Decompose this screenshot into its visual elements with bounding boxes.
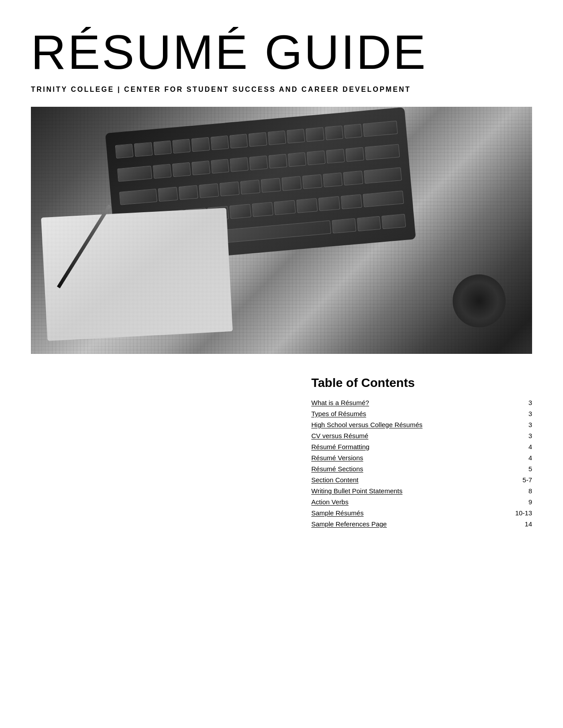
- toc-item: Writing Bullet Point Statements8: [311, 487, 532, 495]
- toc-heading: Table of Contents: [311, 376, 532, 390]
- toc-link[interactable]: Section Content: [311, 476, 359, 484]
- toc-link[interactable]: Résumé Versions: [311, 454, 363, 462]
- toc-link[interactable]: Résumé Formatting: [311, 443, 370, 450]
- toc-page-number: 3: [514, 432, 532, 439]
- toc-item: CV versus Résumé3: [311, 432, 532, 439]
- page: RÉSUMÉ GUIDE TRINITY COLLEGE | CENTER FO…: [0, 0, 563, 728]
- toc-link[interactable]: Sample Résumés: [311, 509, 363, 517]
- toc-link[interactable]: Sample References Page: [311, 520, 387, 528]
- toc-item: Action Verbs9: [311, 498, 532, 506]
- toc-link[interactable]: High School versus College Résumés: [311, 421, 423, 428]
- toc-page-number: 5-7: [514, 476, 532, 484]
- toc-link[interactable]: What is a Résumé?: [311, 399, 369, 406]
- toc-link[interactable]: CV versus Résumé: [311, 432, 368, 439]
- hero-image: [31, 107, 532, 354]
- toc-page-number: 5: [514, 465, 532, 473]
- toc-link[interactable]: Types of Résumés: [311, 410, 366, 417]
- toc-item: Résumé Formatting4: [311, 443, 532, 450]
- toc-item: What is a Résumé?3: [311, 399, 532, 406]
- toc-page-number: 3: [514, 399, 532, 406]
- toc-item: Résumé Versions4: [311, 454, 532, 462]
- main-title: RÉSUMÉ GUIDE: [31, 26, 532, 78]
- toc-page-number: 8: [514, 487, 532, 495]
- toc-link[interactable]: Writing Bullet Point Statements: [311, 487, 402, 495]
- toc-item: High School versus College Résumés3: [311, 421, 532, 428]
- toc-page-number: 3: [514, 410, 532, 417]
- toc-item: Résumé Sections5: [311, 465, 532, 473]
- hero-overlay: [31, 107, 532, 354]
- toc-container: Table of Contents What is a Résumé?3Type…: [311, 376, 532, 531]
- toc-item: Section Content5-7: [311, 476, 532, 484]
- toc-page-number: 4: [514, 443, 532, 450]
- hero-image-bg: [31, 107, 532, 354]
- toc-page-number: 3: [514, 421, 532, 428]
- content-area: Table of Contents What is a Résumé?3Type…: [31, 376, 532, 531]
- toc-page-number: 10-13: [514, 509, 532, 517]
- toc-item: Types of Résumés3: [311, 410, 532, 417]
- toc-list: What is a Résumé?3Types of Résumés3High …: [311, 399, 532, 528]
- toc-link[interactable]: Résumé Sections: [311, 465, 363, 473]
- toc-page-number: 9: [514, 498, 532, 506]
- subtitle: TRINITY COLLEGE | CENTER FOR STUDENT SUC…: [31, 86, 532, 94]
- toc-item: Sample Résumés10-13: [311, 509, 532, 517]
- toc-page-number: 4: [514, 454, 532, 462]
- toc-page-number: 14: [514, 520, 532, 528]
- toc-link[interactable]: Action Verbs: [311, 498, 348, 506]
- toc-item: Sample References Page14: [311, 520, 532, 528]
